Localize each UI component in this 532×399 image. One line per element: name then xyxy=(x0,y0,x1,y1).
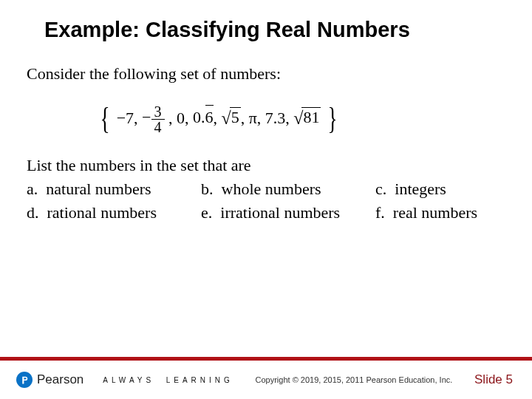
elem-pi-73: , π, 7.3, xyxy=(241,108,290,126)
slide: Example: Classifying Real Numbers Consid… xyxy=(0,0,532,399)
comma1: , xyxy=(214,108,218,126)
set-elements: −7, −34 , 0, 0.6, √5, π, 7.3, √81 xyxy=(117,104,321,134)
radical-icon: √ xyxy=(222,109,231,128)
elem-neg7: −7, xyxy=(117,108,138,126)
elem-sqrt5: √5 xyxy=(222,105,241,129)
footer: Pearson ALWAYS LEARNING Copyright © 2019… xyxy=(0,361,532,399)
options-grid: a. natural numbers b. whole numbers c. i… xyxy=(27,178,505,223)
page-title: Example: Classifying Real Numbers xyxy=(0,0,532,50)
elem-sqrt81: √81 xyxy=(293,105,321,129)
pearson-p-icon xyxy=(16,372,33,388)
option-f: f. real numbers xyxy=(375,202,505,224)
brand-logo: Pearson xyxy=(16,372,83,388)
option-d: d. rational numbers xyxy=(27,202,201,224)
left-brace-icon: { xyxy=(100,98,110,140)
elem-zero: , 0, xyxy=(168,108,189,126)
frac-den: 4 xyxy=(151,120,165,134)
option-b: b. whole numbers xyxy=(201,178,375,200)
slide-number: Slide 5 xyxy=(474,372,513,387)
option-c: c. integers xyxy=(375,178,505,200)
fraction-3-4: 34 xyxy=(151,104,165,134)
right-brace-icon: } xyxy=(327,98,337,140)
option-e: e. irrational numbers xyxy=(201,202,375,224)
elem-negfrac: −34 xyxy=(142,108,168,126)
number-set: { −7, −34 , 0, 0.6, √5, π, 7.3, √81 } xyxy=(98,98,505,140)
rep-prefix: 0. xyxy=(193,108,205,126)
copyright: Copyright © 2019, 2015, 2011 Pearson Edu… xyxy=(233,375,474,384)
tagline: ALWAYS LEARNING xyxy=(103,376,233,384)
brand-name: Pearson xyxy=(37,372,83,387)
body-text: Consider the following set of numbers: {… xyxy=(0,63,532,223)
radical-icon: √ xyxy=(293,109,303,128)
option-a: a. natural numbers xyxy=(27,178,201,200)
intro-text: Consider the following set of numbers: xyxy=(27,63,505,85)
elem-rep: 0.6 xyxy=(193,108,214,126)
radicand-81: 81 xyxy=(301,107,321,126)
repeating-bar: 6 xyxy=(205,106,214,129)
neg-sign: − xyxy=(142,108,151,126)
list-header: List the numbers in the set that are xyxy=(27,154,505,177)
frac-num: 3 xyxy=(151,104,165,120)
